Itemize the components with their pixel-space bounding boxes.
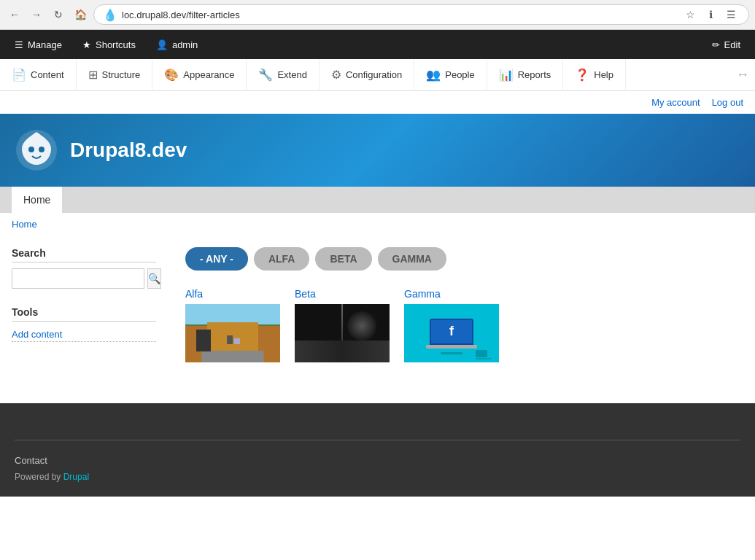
- sidebar: Search 🔍 Tools Add content: [0, 236, 168, 374]
- manage-button[interactable]: ☰ Manage: [6, 30, 71, 59]
- admin-user-button[interactable]: 👤 admin: [147, 30, 206, 59]
- nav-configuration[interactable]: ⚙ Configuration: [320, 59, 414, 91]
- admin-toolbar-right: ✏ Edit: [703, 30, 749, 59]
- nav-help[interactable]: ❓ Help: [563, 59, 626, 91]
- appearance-icon: 🎨: [164, 68, 179, 82]
- shortcuts-button[interactable]: ★ Shortcuts: [74, 30, 144, 59]
- breadcrumb: Home: [0, 213, 755, 236]
- browser-chrome: ← → ↻ 🏠 💧 loc.drupal8.dev/filter-article…: [0, 0, 755, 30]
- shortcuts-label: Shortcuts: [96, 39, 136, 50]
- site-nav-home[interactable]: Home: [12, 187, 62, 213]
- articles-grid: Alfa Beta: [185, 288, 737, 362]
- browser-toolbar: ← → ↻ 🏠 💧 loc.drupal8.dev/filter-article…: [0, 0, 755, 29]
- article-alfa-title[interactable]: Alfa: [185, 288, 280, 300]
- svg-point-2: [39, 147, 44, 152]
- nav-people[interactable]: 👥 People: [414, 59, 487, 91]
- article-beta-thumbnail: [295, 304, 390, 362]
- account-bar: My account Log out: [0, 91, 755, 114]
- footer-divider: [15, 440, 740, 440]
- article-item-gamma: Gamma f: [404, 288, 499, 362]
- site-nav: Home: [0, 187, 755, 213]
- bookmark-star-button[interactable]: ☆: [681, 6, 699, 23]
- help-icon: ❓: [575, 68, 589, 82]
- site-header: Drupal8.dev: [0, 114, 755, 187]
- user-icon: 👤: [156, 39, 168, 50]
- nav-people-label: People: [445, 69, 474, 80]
- manage-label: Manage: [28, 39, 62, 50]
- article-item-beta: Beta: [295, 288, 390, 362]
- search-button[interactable]: 🔍: [147, 268, 161, 289]
- browser-icons: ☆ ℹ ☰: [681, 6, 740, 23]
- drupal-logo: [15, 128, 58, 172]
- url-text: loc.drupal8.dev/filter-articles: [122, 9, 677, 20]
- log-out-link[interactable]: Log out: [712, 97, 743, 108]
- reports-icon: 📊: [499, 68, 514, 82]
- menu-icon: ☰: [15, 39, 23, 50]
- people-icon: 👥: [426, 68, 441, 82]
- filter-beta-button[interactable]: BETA: [315, 247, 371, 271]
- footer-powered: Powered by Drupal: [15, 472, 740, 482]
- add-content-link[interactable]: Add content: [12, 327, 156, 342]
- search-icon: 🔍: [148, 273, 160, 284]
- expand-icon[interactable]: ↔: [736, 67, 749, 82]
- secondary-nav: 📄 Content ⊞ Structure 🎨 Appearance 🔧 Ext…: [0, 59, 755, 91]
- search-form: 🔍: [12, 268, 156, 289]
- tools-block-title: Tools: [12, 306, 156, 322]
- tools-block: Tools Add content: [12, 306, 156, 342]
- edit-label: Edit: [724, 39, 740, 50]
- breadcrumb-home[interactable]: Home: [12, 219, 37, 230]
- home-button[interactable]: 🏠: [71, 6, 89, 23]
- filter-gamma-button[interactable]: GAMMA: [378, 247, 446, 271]
- structure-icon: ⊞: [88, 68, 98, 82]
- nav-structure-label: Structure: [102, 69, 141, 80]
- site-title: Drupal8.dev: [70, 139, 187, 162]
- content-icon: 📄: [12, 68, 26, 82]
- article-gamma-title[interactable]: Gamma: [404, 288, 499, 300]
- nav-structure[interactable]: ⊞ Structure: [77, 59, 153, 91]
- nav-reports-label: Reports: [518, 69, 551, 80]
- nav-content-label: Content: [31, 69, 64, 80]
- drupal-favicon: 💧: [103, 8, 117, 22]
- filter-buttons: - ANY - ALFA BETA GAMMA: [185, 247, 737, 271]
- site-logo: [15, 128, 58, 172]
- back-button[interactable]: ←: [6, 6, 23, 23]
- extend-icon: 🔧: [258, 68, 273, 82]
- powered-by-text: Powered by: [15, 472, 63, 482]
- search-block: Search 🔍: [12, 247, 156, 289]
- menu-button[interactable]: ☰: [722, 6, 740, 23]
- nav-content[interactable]: 📄 Content: [0, 59, 77, 91]
- info-button[interactable]: ℹ: [702, 6, 719, 23]
- main-content: Search 🔍 Tools Add content - ANY - ALFA …: [0, 236, 755, 374]
- nav-configuration-label: Configuration: [346, 69, 402, 80]
- edit-button[interactable]: ✏ Edit: [703, 30, 749, 59]
- nav-reports[interactable]: 📊 Reports: [487, 59, 564, 91]
- content-area: - ANY - ALFA BETA GAMMA Alfa: [168, 236, 755, 374]
- nav-appearance-label: Appearance: [183, 69, 234, 80]
- address-bar[interactable]: 💧 loc.drupal8.dev/filter-articles ☆ ℹ ☰: [93, 4, 749, 25]
- article-beta-title[interactable]: Beta: [295, 288, 390, 300]
- article-gamma-thumbnail: f: [404, 304, 499, 362]
- nav-help-label: Help: [594, 69, 613, 80]
- filter-alfa-button[interactable]: ALFA: [254, 247, 310, 271]
- footer-contact: Contact: [15, 455, 740, 466]
- article-item-alfa: Alfa: [185, 288, 280, 362]
- configuration-icon: ⚙: [331, 68, 341, 82]
- admin-toolbar: ☰ Manage ★ Shortcuts 👤 admin ✏ Edit: [0, 30, 755, 59]
- reload-button[interactable]: ↻: [50, 6, 67, 23]
- pencil-icon: ✏: [712, 39, 720, 50]
- search-input[interactable]: [12, 268, 144, 289]
- admin-user-label: admin: [172, 39, 198, 50]
- search-block-title: Search: [12, 247, 156, 262]
- drupal-link[interactable]: Drupal: [63, 472, 89, 482]
- admin-toolbar-left: ☰ Manage ★ Shortcuts 👤 admin: [6, 30, 206, 59]
- nav-extend-label: Extend: [277, 69, 306, 80]
- forward-button[interactable]: →: [28, 6, 45, 23]
- filter-any-button[interactable]: - ANY -: [185, 247, 248, 271]
- nav-extend[interactable]: 🔧 Extend: [247, 59, 319, 91]
- article-alfa-thumbnail: [185, 304, 280, 362]
- nav-appearance[interactable]: 🎨 Appearance: [152, 59, 247, 91]
- page-wrapper: ← → ↻ 🏠 💧 loc.drupal8.dev/filter-article…: [0, 0, 755, 497]
- my-account-link[interactable]: My account: [651, 97, 700, 108]
- site-footer: Contact Powered by Drupal: [0, 403, 755, 497]
- star-icon: ★: [82, 39, 91, 50]
